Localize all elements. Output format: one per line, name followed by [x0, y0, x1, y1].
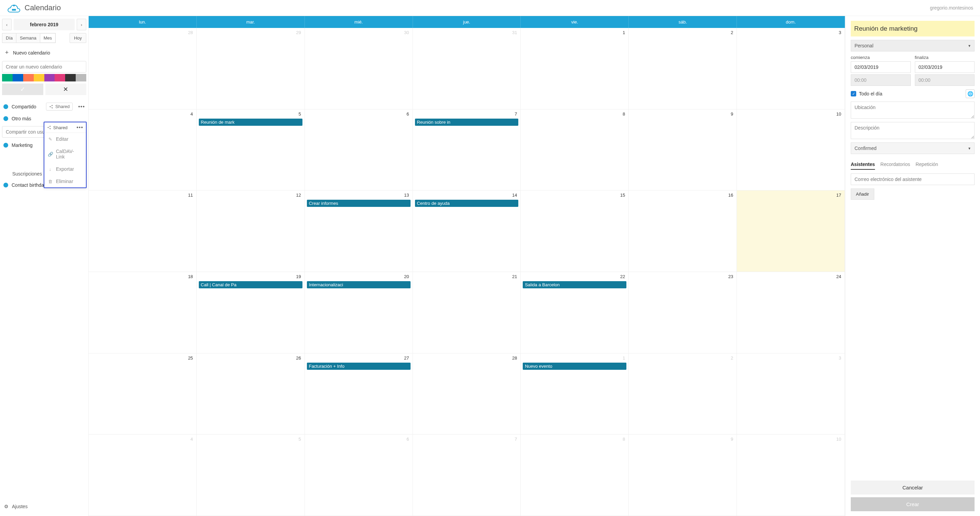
shared-tag[interactable]: Shared — [46, 103, 73, 110]
calendar-cell[interactable]: 2 — [629, 353, 737, 435]
dropdown-export[interactable]: ↓Exportar — [45, 163, 86, 175]
event-title-input[interactable] — [851, 21, 975, 37]
calendar-cell[interactable]: 29 — [197, 28, 305, 110]
cancel-calendar-button[interactable]: ✕ — [45, 84, 87, 95]
color-swatch[interactable] — [54, 74, 65, 81]
more-icon[interactable]: ••• — [76, 124, 83, 130]
calendar-cell[interactable]: 4 — [89, 110, 197, 191]
calendar-cell[interactable]: 11 — [89, 191, 197, 272]
calendar-cell[interactable]: 21 — [413, 272, 521, 353]
calendar-cell[interactable]: 3 — [737, 353, 845, 435]
tab-reminders[interactable]: Recordatorios — [880, 159, 910, 170]
calendar-cell[interactable]: 6 — [305, 110, 413, 191]
calendar-cell[interactable]: 12 — [197, 191, 305, 272]
calendar-event[interactable]: Call | Canal de Pa — [199, 281, 302, 288]
color-swatch[interactable] — [45, 74, 55, 81]
calendar-cell[interactable]: 6 — [305, 435, 413, 516]
globe-icon[interactable]: 🌐 — [966, 89, 975, 98]
calendar-cell[interactable]: 3 — [737, 28, 845, 110]
calendar-cell[interactable]: 9 — [629, 435, 737, 516]
calendar-cell[interactable]: 13Crear informes — [305, 191, 413, 272]
tab-attendees[interactable]: Asistentes — [851, 159, 875, 170]
end-time-input[interactable] — [915, 74, 975, 86]
dropdown-edit[interactable]: ✎Editar — [45, 133, 86, 145]
calendar-cell[interactable]: 15 — [521, 191, 629, 272]
calendar-cell[interactable]: 8 — [521, 435, 629, 516]
tab-repeat[interactable]: Repetición — [916, 159, 938, 170]
color-swatch[interactable] — [34, 74, 45, 81]
end-date-input[interactable] — [915, 61, 975, 73]
day-number: 28 — [415, 355, 519, 361]
calendar-event[interactable]: Salida a Barcelon — [523, 281, 627, 288]
new-calendar-button[interactable]: + Nuevo calendario — [2, 46, 86, 60]
day-number: 17 — [739, 192, 843, 198]
calendar-cell[interactable]: 27Facturación + Info — [305, 353, 413, 435]
calendar-cell[interactable]: 9 — [629, 110, 737, 191]
allday-checkbox[interactable]: ✓ — [851, 91, 856, 97]
calendar-cell[interactable]: 31 — [413, 28, 521, 110]
calendar-cell[interactable]: 8 — [521, 110, 629, 191]
calendar-cell[interactable]: 7Reunión sobre in — [413, 110, 521, 191]
prev-month-button[interactable]: ‹ — [2, 19, 11, 30]
calendar-event[interactable]: Centro de ayuda — [415, 200, 519, 207]
calendar-event[interactable]: Nuevo evento — [523, 363, 627, 370]
location-input[interactable] — [851, 102, 975, 119]
calendar-cell[interactable]: 23 — [629, 272, 737, 353]
settings-button[interactable]: ⚙ Ajustes — [2, 500, 86, 513]
calendar-event[interactable]: Reunión sobre in — [415, 119, 519, 126]
color-swatch[interactable] — [23, 74, 34, 81]
calendar-cell[interactable]: 24 — [737, 272, 845, 353]
event-calendar-select[interactable]: Personal — [851, 40, 975, 51]
calendar-item-compartido[interactable]: Compartido Shared ••• — [2, 100, 86, 113]
calendar-event[interactable]: Facturación + Info — [307, 363, 410, 370]
calendar-event[interactable]: Reunión de mark — [199, 119, 302, 126]
start-date-input[interactable] — [851, 61, 911, 73]
calendar-cell[interactable]: 1 — [521, 28, 629, 110]
calendar-cell[interactable]: 7 — [413, 435, 521, 516]
calendar-cell[interactable]: 14Centro de ayuda — [413, 191, 521, 272]
calendar-cell[interactable]: 1Nuevo evento — [521, 353, 629, 435]
calendar-cell[interactable]: 10 — [737, 110, 845, 191]
add-attendee-button[interactable]: Añadir — [851, 189, 874, 200]
dropdown-delete[interactable]: 🗑Eliminar — [45, 175, 86, 187]
more-icon[interactable]: ••• — [78, 103, 85, 110]
start-time-input[interactable] — [851, 74, 911, 86]
calendar-event[interactable]: Internacionalizaci — [307, 281, 410, 288]
calendar-cell[interactable]: 26 — [197, 353, 305, 435]
calendar-cell[interactable]: 22Salida a Barcelon — [521, 272, 629, 353]
calendar-cell[interactable]: 5Reunión de mark — [197, 110, 305, 191]
status-select[interactable]: Confirmed — [851, 143, 975, 154]
color-swatch[interactable] — [2, 74, 13, 81]
view-month-button[interactable]: Mes — [40, 33, 56, 43]
calendar-cell[interactable]: 16 — [629, 191, 737, 272]
calendar-cell[interactable]: 5 — [197, 435, 305, 516]
calendar-cell[interactable]: 30 — [305, 28, 413, 110]
view-week-button[interactable]: Semana — [16, 33, 40, 43]
calendar-cell[interactable]: 4 — [89, 435, 197, 516]
calendar-cell[interactable]: 20Internacionalizaci — [305, 272, 413, 353]
attendee-email-input[interactable] — [851, 173, 975, 185]
dropdown-caldav[interactable]: 🔗CalDAV-Link — [45, 145, 86, 163]
user-label[interactable]: gregorio.montesinos — [930, 5, 973, 11]
confirm-calendar-button[interactable]: ✓ — [2, 84, 43, 95]
calendar-cell[interactable]: 10 — [737, 435, 845, 516]
color-swatch[interactable] — [65, 74, 76, 81]
calendar-cell[interactable]: 19Call | Canal de Pa — [197, 272, 305, 353]
today-button[interactable]: Hoy — [70, 33, 86, 43]
calendar-cell[interactable]: 28 — [89, 28, 197, 110]
calendar-cell[interactable]: 17 — [737, 191, 845, 272]
description-input[interactable] — [851, 122, 975, 139]
calendar-cell[interactable]: 18 — [89, 272, 197, 353]
calendar-event[interactable]: Crear informes — [307, 200, 410, 207]
new-calendar-input[interactable] — [2, 61, 86, 72]
view-day-button[interactable]: Día — [2, 33, 16, 43]
calendar-cell[interactable]: 2 — [629, 28, 737, 110]
calendar-cell[interactable]: 28 — [413, 353, 521, 435]
color-swatch[interactable] — [13, 74, 23, 81]
color-swatch[interactable] — [76, 74, 86, 81]
calendar-cell[interactable]: 25 — [89, 353, 197, 435]
month-label[interactable]: febrero 2019 — [14, 19, 75, 30]
cancel-button[interactable]: Cancelar — [851, 481, 975, 495]
create-button[interactable]: Crear — [851, 497, 975, 511]
next-month-button[interactable]: › — [77, 19, 86, 30]
